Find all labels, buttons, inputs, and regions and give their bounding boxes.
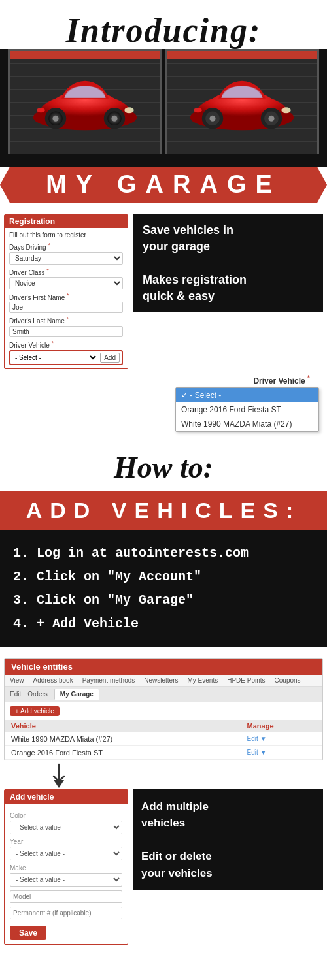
demo-section: Registration Fill out this form to regis… [0, 214, 327, 369]
driver-vehicle-row: - Select - Add [9, 350, 123, 365]
first-name-input[interactable] [9, 302, 123, 313]
dropdown-option-miata[interactable]: White 1990 MAZDA Miata (#27) [176, 417, 318, 431]
step-1: 1. Log in at autointerests.com [13, 542, 314, 565]
driver-vehicle-select[interactable]: - Select - [12, 353, 98, 362]
color-select[interactable]: - Select a value - [10, 821, 122, 834]
intro-title: Introducing: [7, 12, 320, 49]
garage-door-top-right [167, 51, 317, 59]
dropdown-preview-section: Driver Vehicle * - Select - Orange 2016 … [0, 374, 327, 432]
color-label: Color [10, 812, 122, 819]
step-4: 4. + Add Vehicle [13, 612, 314, 636]
svg-point-12 [210, 115, 216, 121]
table-row: White 1990 MAZDA Miata (#27) Edit ▼ [5, 732, 322, 745]
car-left [26, 70, 144, 135]
ve-nav-view[interactable]: View [10, 677, 24, 684]
dropdown-option-select[interactable]: - Select - [176, 388, 318, 402]
edit-btn-2[interactable]: Edit [247, 749, 258, 756]
reg-form-subtitle: Fill out this form to register [9, 231, 123, 238]
driver-vehicle-label: Driver Vehicle * [9, 340, 123, 349]
first-name-label: Driver's First Name * [9, 292, 123, 301]
av-form-title: Add vehicle [5, 790, 128, 804]
make-select[interactable]: - Select a value - [10, 873, 122, 887]
chevron-down-icon-2[interactable]: ▼ [260, 749, 267, 756]
svg-point-16 [281, 107, 290, 113]
add-vehicle-form: Add vehicle Color - Select a value - Yea… [4, 789, 128, 945]
make-label: Make [10, 864, 122, 872]
ve-nav-address[interactable]: Address book [33, 677, 73, 684]
svg-point-8 [37, 108, 45, 112]
ve-nav-payment[interactable]: Payment methods [82, 677, 135, 684]
my-garage-banner: MY GARAGE [0, 167, 327, 203]
vehicle-col-header: Vehicle [5, 720, 241, 732]
ve-nav-coupons[interactable]: Coupons [275, 677, 301, 684]
step-3: 3. Click on "My Garage" [13, 589, 314, 612]
permanent-input[interactable] [10, 907, 122, 919]
vehicle-name-1: White 1990 MAZDA Miata (#27) [5, 732, 241, 745]
step-2: 2. Click on "My Account" [13, 565, 314, 589]
bottom-line2: vehicles [141, 815, 315, 832]
garage-door-left [8, 49, 162, 154]
svg-point-15 [269, 115, 275, 121]
ve-subnav-mygarage[interactable]: My Garage [54, 689, 99, 700]
manage-action-2: Edit ▼ [247, 749, 316, 756]
dropdown-option-fiesta[interactable]: Orange 2016 Ford Fiesta ST [176, 402, 318, 417]
down-arrow-svg [39, 763, 78, 789]
bottom-section: Add vehicle Color - Select a value - Yea… [4, 789, 323, 945]
registration-form: Registration Fill out this form to regis… [4, 214, 128, 369]
reg-form-body: Fill out this form to register Days Driv… [5, 228, 128, 368]
table-row: Orange 2016 Ford Fiesta ST Edit ▼ [5, 745, 322, 759]
ve-subnav-edit[interactable]: Edit [10, 691, 21, 698]
dropdown-preview[interactable]: - Select - Orange 2016 Ford Fiesta ST Wh… [175, 387, 319, 432]
howto-title: How to: [7, 450, 320, 485]
add-vehicle-btn[interactable]: + Add vehicle [10, 706, 60, 716]
save-vehicles-info-box: Save vehicles in your garage Makes regis… [133, 214, 323, 312]
driver-class-select[interactable]: Novice [9, 277, 123, 289]
arrow-container [0, 763, 327, 789]
info-line1: Save vehicles in [143, 222, 314, 238]
driver-class-label: Driver Class * [9, 267, 123, 276]
svg-point-3 [53, 115, 59, 121]
chevron-down-icon-1[interactable]: ▼ [260, 735, 267, 742]
garage-door-right [165, 49, 319, 154]
manage-cell-2: Edit ▼ [241, 745, 322, 759]
reg-form-title: Registration [5, 215, 128, 228]
manage-action-1: Edit ▼ [247, 735, 316, 742]
svg-point-7 [124, 107, 133, 113]
bottom-line1: Add multiple [141, 798, 315, 815]
vehicle-entities-section: Vehicle entities View Address book Payme… [4, 658, 323, 760]
manage-cell-1: Edit ▼ [241, 732, 322, 745]
year-select[interactable]: - Select a value - [10, 847, 122, 860]
last-name-input[interactable] [9, 326, 123, 337]
edit-btn-1[interactable]: Edit [247, 735, 258, 742]
ve-nav-events[interactable]: My Events [188, 677, 218, 684]
year-label: Year [10, 838, 122, 845]
svg-point-6 [112, 115, 118, 121]
steps-section: 1. Log in at autointerests.com 2. Click … [0, 530, 327, 647]
ve-nav: View Address book Payment methods Newsle… [5, 675, 322, 687]
garage-image-section [0, 49, 327, 167]
info-line4: quick & easy [143, 288, 314, 304]
model-input[interactable] [10, 890, 122, 903]
av-form-body: Color - Select a value - Year - Select a… [5, 804, 128, 944]
last-name-label: Driver's Last Name * [9, 316, 123, 325]
vehicle-name-2: Orange 2016 Ford Fiesta ST [5, 745, 241, 759]
ve-header: Vehicle entities [5, 659, 322, 675]
vehicle-table: Vehicle Manage White 1990 MAZDA Miata (#… [5, 720, 322, 760]
info-line3: Makes registration [143, 272, 314, 288]
bottom-line3: Edit or delete [141, 848, 315, 865]
svg-marker-18 [54, 780, 64, 788]
ve-subnav-orders[interactable]: Orders [27, 691, 48, 698]
ve-nav-newsletters[interactable]: Newsletters [144, 677, 178, 684]
add-vehicle-button[interactable]: Add [100, 353, 120, 363]
ve-nav-hpde[interactable]: HPDE Points [227, 677, 265, 684]
add-vehicles-banner: ADD VEHICLES: [0, 491, 327, 530]
bottom-line4: your vehicles [141, 865, 315, 882]
info-line2: your garage [143, 238, 314, 255]
days-driving-select[interactable]: Saturday [9, 252, 123, 265]
howto-section: How to: [0, 432, 327, 491]
svg-point-17 [194, 108, 202, 112]
ve-add-vehicle-btn[interactable]: + Add vehicle [5, 702, 322, 720]
ve-subnav: Edit Orders My Garage [5, 687, 322, 702]
car-right [183, 70, 301, 135]
av-save-button[interactable]: Save [10, 926, 46, 940]
